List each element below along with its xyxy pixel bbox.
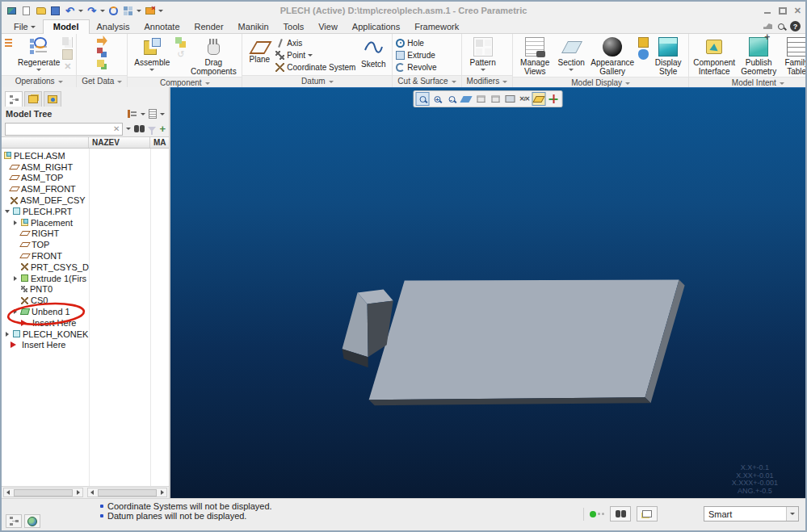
component-interface-button[interactable]: Component Interface xyxy=(692,36,736,76)
family-table-button[interactable]: Family Table xyxy=(781,36,807,76)
tree-row[interactable]: PLECH.ASM xyxy=(2,150,169,161)
group-label-datum[interactable]: Datum xyxy=(242,75,392,87)
help-icon[interactable]: ? xyxy=(790,21,801,31)
undo-button[interactable]: ↶ xyxy=(64,5,76,17)
columns-horizontal-scrollbar[interactable] xyxy=(87,488,167,497)
manage-views-button[interactable]: Manage Views xyxy=(516,36,553,76)
tab-applications[interactable]: Applications xyxy=(345,20,407,33)
tree-row[interactable]: ASM_FRONT xyxy=(2,183,169,195)
tree-display-options-icon[interactable] xyxy=(149,109,157,119)
perspective-icon[interactable] xyxy=(638,37,649,48)
search-options-arrow[interactable] xyxy=(126,128,131,130)
display-style-button[interactable]: Display Style xyxy=(651,36,685,76)
tree-row[interactable]: FRONT xyxy=(2,250,169,262)
sketch-button[interactable]: Sketch xyxy=(358,36,389,74)
tree-row[interactable]: PNT0 xyxy=(2,284,169,295)
expand-arrow-icon[interactable] xyxy=(12,220,19,226)
minimize-button[interactable] xyxy=(763,7,771,15)
tree-row[interactable]: ASM_RIGHT xyxy=(2,161,169,173)
find-icon[interactable] xyxy=(134,125,145,132)
drag-components-button[interactable]: Drag Components xyxy=(188,36,238,76)
tree-settings-icon[interactable] xyxy=(128,109,137,119)
appearance-gallery-button[interactable]: Appearance Gallery xyxy=(589,36,636,76)
scroll-left-arrow[interactable] xyxy=(88,488,97,497)
point-button[interactable]: Point xyxy=(275,49,355,61)
selection-filter-dropdown[interactable]: Smart xyxy=(704,506,799,522)
graphics-viewport[interactable]: + - ✕/✕ X.X xyxy=(170,87,805,498)
customize-qat-arrow[interactable] xyxy=(158,10,163,12)
hole-button[interactable]: Hole xyxy=(396,37,436,48)
zoom-out-button[interactable]: - xyxy=(445,92,459,106)
coordinate-system-button[interactable]: Coordinate System xyxy=(275,61,355,73)
message-area[interactable]: Coordinate Systems will not be displayed… xyxy=(100,501,272,521)
scroll-right-arrow[interactable] xyxy=(158,488,166,497)
redo-button[interactable]: ↷ xyxy=(86,5,98,17)
save-button[interactable] xyxy=(49,5,61,17)
tree-row[interactable]: PLECH.PRT xyxy=(2,206,169,217)
add-filter-icon[interactable]: + xyxy=(159,124,166,134)
group-label-modifiers[interactable]: Modifiers xyxy=(462,75,513,87)
scroll-left-arrow[interactable] xyxy=(4,488,13,497)
scroll-thumb[interactable] xyxy=(14,489,73,496)
new-file-button[interactable] xyxy=(20,5,32,17)
shrinkwrap-icon[interactable] xyxy=(97,60,107,70)
3d-model-canvas[interactable] xyxy=(170,88,805,498)
group-label-cut-surface[interactable]: Cut & Surface xyxy=(393,75,460,87)
view-manager-button[interactable] xyxy=(503,92,517,106)
group-label-get-data[interactable]: Get Data xyxy=(77,75,127,87)
tab-model[interactable]: Model xyxy=(43,19,90,34)
plane-button[interactable]: Plane xyxy=(246,36,273,74)
reorient-button[interactable] xyxy=(474,92,488,106)
close-button[interactable]: ✕ xyxy=(794,7,801,15)
csys-display-button[interactable] xyxy=(547,92,561,106)
regenerate-list-icon[interactable] xyxy=(5,37,15,48)
close-window-button[interactable] xyxy=(144,5,156,17)
open-file-button[interactable] xyxy=(35,5,47,17)
filter-icon[interactable] xyxy=(148,127,156,132)
publish-geometry-button[interactable]: Publish Geometry xyxy=(738,36,779,76)
tab-manikin[interactable]: Manikin xyxy=(231,20,276,33)
expand-arrow-icon[interactable] xyxy=(12,308,19,315)
tree-row[interactable]: RIGHT xyxy=(2,228,169,240)
undo-dropdown-arrow[interactable] xyxy=(78,10,83,12)
tree-row-unbend[interactable]: Unbend 1 xyxy=(2,306,169,317)
tree-row[interactable]: CS0 xyxy=(2,295,169,306)
refit-button[interactable] xyxy=(460,92,473,106)
redo-dropdown-arrow[interactable] xyxy=(100,10,105,12)
pattern-button[interactable]: Pattern xyxy=(465,36,501,74)
scroll-thumb[interactable] xyxy=(98,489,157,496)
regenerate-component-icon[interactable]: ↺ xyxy=(175,49,186,60)
tree-row[interactable]: ASM_DEF_CSY xyxy=(2,195,169,206)
tab-tools[interactable]: Tools xyxy=(276,20,312,33)
copy-geometry-icon[interactable] xyxy=(97,48,107,58)
tab-framework[interactable]: Framework xyxy=(407,20,466,33)
column-header-nazev[interactable]: NAZEV xyxy=(89,137,150,148)
tree-display-options-arrow[interactable] xyxy=(160,113,165,115)
find-button[interactable] xyxy=(610,506,631,522)
tree-horizontal-scrollbar[interactable] xyxy=(3,488,83,497)
import-icon[interactable] xyxy=(97,36,107,46)
axis-button[interactable]: Axis xyxy=(275,37,355,48)
tab-file[interactable]: File xyxy=(6,20,43,33)
tree-row[interactable]: ASM_TOP xyxy=(2,173,169,184)
plane-display-button[interactable] xyxy=(532,92,546,106)
tree-row[interactable]: PLECH_KONEK xyxy=(2,329,169,340)
revolve-button[interactable]: Revolve xyxy=(396,61,436,73)
collapse-arrow-icon[interactable] xyxy=(4,208,11,215)
block-left-face[interactable] xyxy=(343,293,368,358)
zoom-region-button[interactable] xyxy=(416,92,430,106)
expand-arrow-icon[interactable] xyxy=(4,331,11,337)
navigator-toggle-button[interactable] xyxy=(6,514,22,528)
favorites-tab[interactable] xyxy=(44,91,61,107)
tree-row[interactable]: Placement xyxy=(2,217,169,228)
regenerate-button[interactable]: Regenerate xyxy=(18,36,60,74)
select-working-directory-button[interactable] xyxy=(6,5,18,17)
tab-annotate[interactable]: Annotate xyxy=(137,20,187,33)
column-divider-2[interactable] xyxy=(150,149,151,486)
tab-analysis[interactable]: Analysis xyxy=(90,20,137,33)
group-label-operations[interactable]: Operations xyxy=(2,75,76,87)
tree-settings-arrow[interactable] xyxy=(141,113,145,115)
saved-orientations-button[interactable] xyxy=(489,92,502,106)
zoom-in-button[interactable]: + xyxy=(431,92,444,106)
section-button[interactable]: Section xyxy=(556,36,586,76)
